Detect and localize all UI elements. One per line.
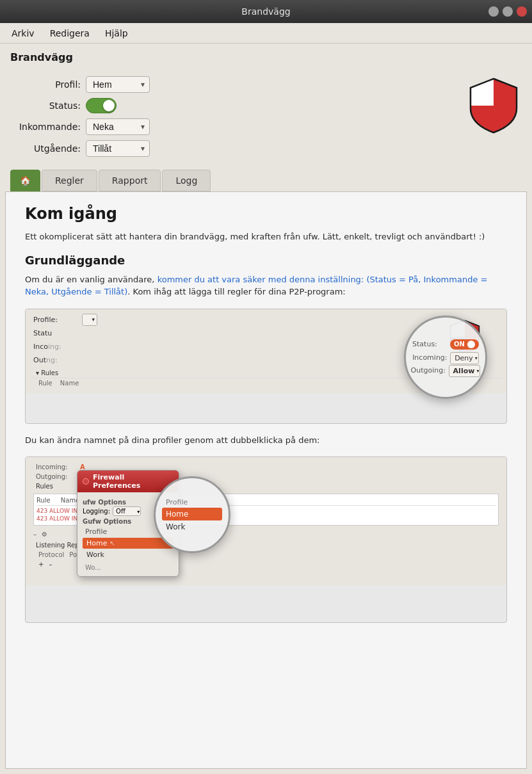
window-controls: – □ ✕: [488, 6, 527, 17]
close-button[interactable]: ✕: [517, 6, 527, 17]
firewall-shield-icon: [468, 76, 519, 134]
profil-row: Profil: Hem: [10, 76, 522, 93]
magnify-circle-2: Profile Home Work: [154, 476, 230, 553]
profil-dropdown[interactable]: Hem: [86, 76, 150, 93]
shield-area: [468, 76, 519, 136]
window-title: Brandvägg: [44, 6, 488, 17]
status-toggle-switch[interactable]: [86, 98, 117, 113]
content-basic-title: Grundläggande: [25, 254, 507, 267]
main-window: Brandvägg Profil:: [0, 44, 532, 774]
content-basic-text: Om du är en vanlig användare, kommer du …: [25, 273, 507, 298]
tab-rapport[interactable]: Rapport: [99, 170, 161, 191]
home-item: Home ↖: [83, 538, 173, 549]
profile-home-item: Home: [162, 508, 222, 520]
tab-logg[interactable]: Logg: [162, 170, 211, 191]
profil-label: Profil:: [10, 79, 81, 90]
content-main-title: Kom igång: [25, 205, 507, 223]
inkommande-row: Inkommande: Neka: [10, 118, 522, 135]
menu-bar: Arkiv Redigera Hjälp: [0, 23, 532, 44]
magnify-circle-1: Status: ON Incoming: Deny ▾ Outgoing:: [404, 316, 487, 399]
profile-work-item: Work: [162, 520, 222, 533]
utgaende-dropdown-wrapper[interactable]: Tillåt: [86, 140, 150, 157]
content-intro: Ett okomplicerat sätt att hantera din br…: [25, 230, 507, 243]
status-label: Status:: [10, 101, 81, 111]
inkommande-dropdown-wrapper[interactable]: Neka: [86, 118, 150, 135]
tab-regler[interactable]: Regler: [42, 170, 97, 191]
content-area: Kom igång Ett okomplicerat sätt att hant…: [5, 191, 527, 769]
utgaende-label: Utgående:: [10, 143, 81, 154]
allow-button: Allow: [449, 365, 481, 377]
status-row: Status:: [10, 98, 522, 113]
tab-home[interactable]: 🏠: [10, 170, 40, 191]
menu-hjalp[interactable]: Hjälp: [99, 26, 134, 41]
utgaende-row: Utgående: Tillåt: [10, 140, 522, 157]
tab-bar: 🏠 Regler Rapport Logg: [0, 162, 532, 191]
inkommande-label: Inkommande:: [10, 122, 81, 132]
inkommande-dropdown[interactable]: Neka: [86, 118, 150, 135]
screenshot-2: Incoming: A Outgoing: A Rules Rule Name …: [25, 456, 507, 623]
maximize-button[interactable]: □: [503, 6, 513, 17]
title-bar: Brandvägg – □ ✕: [0, 0, 532, 23]
menu-redigera[interactable]: Redigera: [44, 26, 96, 41]
minimize-button[interactable]: –: [488, 6, 499, 17]
profil-dropdown-wrapper[interactable]: Hem: [86, 76, 150, 93]
form-area: Profil: Hem Status: Inkommande: Neka: [0, 76, 532, 157]
screenshot-1: Profile: ▾ Statu Incoing: Outng: ▾ Rules: [25, 309, 507, 424]
status-toggle[interactable]: [86, 98, 117, 113]
app-header: Brandvägg: [0, 44, 532, 76]
utgaende-dropdown[interactable]: Tillåt: [86, 140, 150, 157]
home-icon: 🏠: [20, 175, 31, 186]
menu-arkiv[interactable]: Arkiv: [5, 26, 41, 41]
content-profile-text: Du kan ändra namnet på dina profiler gen…: [25, 434, 507, 447]
app-title: Brandvägg: [10, 51, 522, 63]
